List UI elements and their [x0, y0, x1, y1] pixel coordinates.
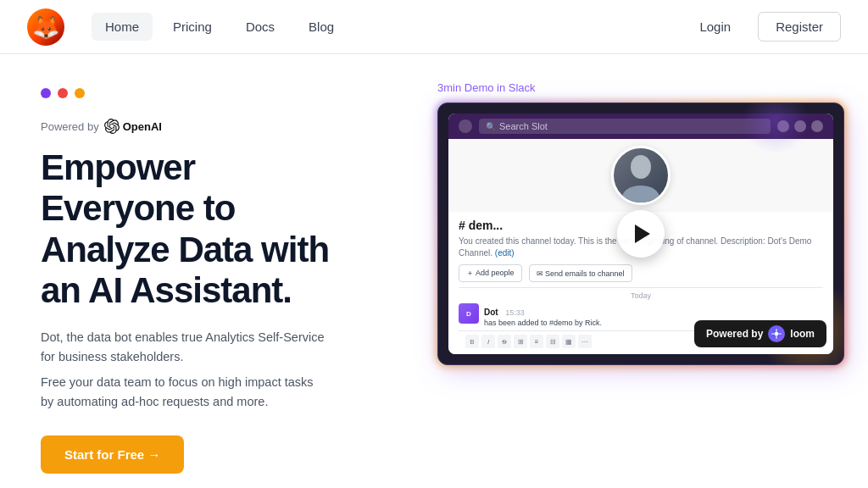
register-button[interactable]: Register	[758, 12, 841, 42]
slack-icon-3	[811, 120, 823, 132]
slack-topbar: 🔍 Search Slot	[448, 114, 833, 139]
slack-topbar-icons	[777, 120, 823, 132]
nav-docs[interactable]: Docs	[232, 13, 288, 41]
demo-wrapper: 🔍 Search Slot	[437, 103, 844, 365]
navbar: 🦊 Home Pricing Docs Blog Login Register	[0, 0, 868, 54]
slack-list2-btn[interactable]: ⊟	[546, 335, 559, 348]
slack-send-emails-btn[interactable]: ✉ Send emails to channel	[529, 264, 632, 282]
slack-bot-avatar: D	[459, 303, 479, 324]
nav-right: Login Register	[682, 12, 841, 42]
logo-fox-icon: 🦊	[32, 16, 59, 38]
slack-bot-time: 15:33	[505, 308, 525, 317]
slack-avatar-area	[448, 139, 833, 212]
svg-point-1	[622, 186, 659, 203]
powered-by-text: Powered by	[41, 120, 99, 133]
svg-point-3	[775, 332, 779, 336]
hero-desc2: Free your data team to focus on high imp…	[41, 373, 397, 412]
hero-title: Empower Everyone to Analyze Data with an…	[41, 147, 397, 311]
openai-icon	[104, 119, 120, 134]
play-button[interactable]	[617, 210, 665, 258]
slack-search-icon: 🔍	[486, 122, 496, 131]
slack-link-btn[interactable]: ⊞	[514, 335, 527, 348]
slack-icon-1	[777, 120, 789, 132]
dot-yellow	[75, 88, 85, 98]
slack-more-btn[interactable]: ⋯	[578, 335, 592, 348]
slack-search-text: Search Slot	[499, 121, 548, 131]
play-triangle-icon	[635, 225, 650, 243]
slack-divider	[459, 287, 823, 288]
hero-left: Powered by OpenAI Empower Everyone to An…	[41, 81, 397, 474]
slack-italic-btn[interactable]: I	[481, 335, 495, 348]
logo-image: 🦊	[27, 8, 64, 46]
loom-powered-text: Powered by	[706, 328, 763, 340]
slack-block-btn[interactable]: ▦	[562, 335, 576, 348]
logo[interactable]: 🦊	[27, 8, 64, 46]
slack-avatar	[611, 146, 670, 205]
nav-pricing[interactable]: Pricing	[159, 13, 225, 41]
person-avatar-svg	[620, 148, 662, 203]
loom-logo-icon	[768, 325, 785, 342]
slack-action-buttons: ＋ Add people ✉ Send emails to channel	[459, 264, 823, 282]
dot-purple	[41, 88, 51, 98]
slack-add-people-btn[interactable]: ＋ Add people	[459, 264, 522, 282]
openai-text: OpenAI	[123, 120, 162, 133]
hero-right: 3min Demo in Slack 🔍 Search Slot	[437, 81, 844, 369]
slack-search-bar[interactable]: 🔍 Search Slot	[479, 119, 771, 134]
dot-red	[58, 88, 68, 98]
powered-by-row: Powered by OpenAI	[41, 119, 397, 134]
slack-bot-name: Dot	[484, 308, 498, 317]
nav-home[interactable]: Home	[92, 13, 153, 41]
demo-label: 3min Demo in Slack	[437, 81, 844, 94]
slack-strike-btn[interactable]: S	[498, 335, 511, 348]
loom-svg	[771, 328, 782, 340]
slack-list-btn[interactable]: ≡	[530, 335, 543, 348]
start-free-button[interactable]: Start for Free →	[41, 435, 184, 474]
svg-point-0	[631, 155, 651, 179]
hero-section: Powered by OpenAI Empower Everyone to An…	[0, 54, 868, 488]
nav-blog[interactable]: Blog	[295, 13, 348, 41]
openai-logo: OpenAI	[104, 119, 162, 134]
slack-edit-link[interactable]: (edit)	[495, 248, 515, 258]
loom-badge: Powered by loom	[694, 320, 826, 347]
login-button[interactable]: Login	[682, 13, 748, 41]
hero-desc1: Dot, the data bot enables true Analytics…	[41, 328, 397, 367]
loom-brand-text: loom	[790, 328, 815, 340]
slack-bold-btn[interactable]: B	[465, 335, 479, 348]
slack-icon-2	[794, 120, 806, 132]
decoration-dots	[41, 88, 397, 98]
nav-links: Home Pricing Docs Blog	[92, 13, 682, 41]
slack-back-icon	[459, 119, 472, 133]
slack-today-label: Today	[459, 291, 823, 300]
demo-window: 🔍 Search Slot	[437, 103, 844, 365]
